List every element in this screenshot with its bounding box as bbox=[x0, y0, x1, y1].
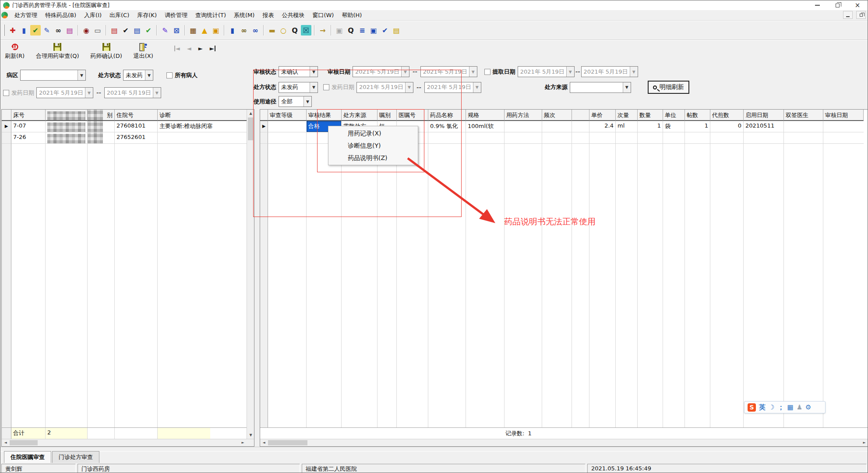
next-record-button[interactable]: ► bbox=[198, 46, 203, 51]
col-diagnosis[interactable]: 诊断 bbox=[158, 110, 254, 121]
refresh-button[interactable]: 刷新(R) bbox=[3, 42, 26, 60]
rx-status-right-combo[interactable]: 未发药▼ bbox=[279, 82, 318, 93]
dispense-date-right-to[interactable]: 2021年 5月19日▼ bbox=[424, 82, 481, 93]
menu-item-diagnosis-info[interactable]: 诊断信息(Y) bbox=[328, 139, 418, 152]
mdi-restore-button[interactable] bbox=[856, 11, 866, 19]
menu-item-medication-record[interactable]: 用药记录(X) bbox=[328, 127, 418, 139]
col-inpatient-no[interactable]: 住院号 bbox=[115, 110, 158, 121]
col-unit[interactable]: 单位 bbox=[663, 110, 685, 121]
zoom-icon[interactable]: Q bbox=[346, 25, 356, 36]
stamp-disabled-icon[interactable]: ▣ bbox=[334, 25, 345, 36]
scroll-down-icon[interactable]: ▼ bbox=[247, 431, 254, 439]
binoculars-icon[interactable]: ∞ bbox=[53, 25, 64, 36]
list-blue-icon[interactable]: ≡ bbox=[357, 25, 367, 36]
mdi-minimize-button[interactable] bbox=[843, 11, 853, 19]
tab-inpatient-order-review[interactable]: 住院医嘱审查 bbox=[4, 451, 51, 463]
extract-date-checkbox[interactable] bbox=[484, 69, 490, 75]
price-book-icon[interactable]: ▣ bbox=[211, 25, 221, 36]
col-drug-name[interactable]: 药品名称 bbox=[428, 110, 466, 121]
menu-outbound[interactable]: 出库(C) bbox=[106, 10, 133, 21]
ward-combo[interactable]: ▼ bbox=[20, 70, 86, 81]
col-order-no[interactable]: 医嘱号 bbox=[397, 110, 428, 121]
approve-folder-icon[interactable]: ✔ bbox=[30, 25, 41, 36]
doc-approve-icon[interactable]: ✔ bbox=[143, 25, 154, 36]
review-status-combo[interactable]: 未确认▼ bbox=[279, 66, 318, 77]
clipboard-exit-icon[interactable]: ▤ bbox=[391, 25, 402, 36]
last-record-button[interactable]: ► bbox=[210, 46, 215, 51]
ime-language-mode[interactable]: 英 bbox=[759, 404, 766, 411]
menu-reports[interactable]: 报表 bbox=[258, 10, 278, 21]
col-double-sign-doctor[interactable]: 双签医生 bbox=[784, 110, 823, 121]
dispense-date-right-from[interactable]: 2021年 5月19日▼ bbox=[356, 82, 413, 93]
scroll-up-icon[interactable]: ▲ bbox=[247, 110, 254, 117]
table-search-icon[interactable]: ∞ bbox=[250, 25, 261, 36]
pill-grid-icon[interactable]: ▦ bbox=[188, 25, 198, 36]
export-folder-icon[interactable]: → bbox=[318, 25, 328, 36]
dispense-date-left-to[interactable]: 2021年 5月19日▼ bbox=[104, 87, 161, 98]
scroll-left-icon[interactable]: ◄ bbox=[2, 439, 9, 446]
scrollbar-thumb[interactable] bbox=[10, 440, 38, 445]
col-rx-source[interactable]: 处方来源 bbox=[342, 110, 378, 121]
col-quantity[interactable]: 数量 bbox=[638, 110, 663, 121]
restore-button[interactable] bbox=[827, 0, 847, 10]
usage-route-combo[interactable]: 全部▼ bbox=[279, 96, 312, 107]
folder-search-icon[interactable]: ∞ bbox=[239, 25, 249, 36]
col-review-result[interactable]: 审核结果 bbox=[307, 110, 342, 121]
scrollbar-thumb[interactable] bbox=[268, 440, 307, 445]
menu-price-adjust[interactable]: 调价管理 bbox=[161, 10, 191, 21]
table-query-icon[interactable]: ⊠ bbox=[171, 25, 182, 36]
menu-system[interactable]: 系统(M) bbox=[230, 10, 258, 21]
sogou-logo-icon[interactable]: S bbox=[748, 403, 756, 412]
review-date-to[interactable]: 2021年 5月19日▼ bbox=[420, 66, 477, 77]
rx-status-left-combo[interactable]: 未发药▼ bbox=[123, 70, 153, 81]
all-patients-checkbox[interactable] bbox=[166, 72, 173, 78]
col-blank[interactable] bbox=[572, 110, 589, 121]
col-dose[interactable]: 次量 bbox=[616, 110, 638, 121]
menu-help[interactable]: 帮助(H) bbox=[338, 10, 366, 21]
close-box-icon[interactable]: ☒ bbox=[301, 25, 311, 36]
keyboard-icon[interactable]: ▦ bbox=[787, 404, 793, 411]
report-config-icon[interactable]: ▤ bbox=[64, 25, 75, 36]
menu-prescription-mgmt[interactable]: 处方管理 bbox=[11, 10, 41, 21]
alarm-bell-icon[interactable]: ▲ bbox=[199, 25, 210, 36]
menu-window[interactable]: 窗口(W) bbox=[308, 10, 338, 21]
medicine-bottle-icon[interactable]: ▮ bbox=[19, 25, 29, 36]
col-sex-partial[interactable]: 别 bbox=[88, 110, 115, 121]
col-unit-price[interactable]: 单价 bbox=[589, 110, 616, 121]
extract-date-from[interactable]: 2021年 5月19日▼ bbox=[518, 66, 575, 77]
menu-inventory[interactable]: 库存(K) bbox=[133, 10, 161, 21]
dispense-date-left-from[interactable]: 2021年 5月19日▼ bbox=[36, 87, 93, 98]
patient-table-hscrollbar[interactable]: ◄ ► bbox=[2, 439, 254, 446]
toolbar-grip[interactable] bbox=[3, 25, 5, 36]
col-frequency[interactable]: 频次 bbox=[542, 110, 572, 121]
patient-table-vscrollbar[interactable]: ▲ ▼ bbox=[247, 110, 254, 439]
order-table-hscrollbar[interactable]: ◄ ► bbox=[260, 439, 868, 446]
table-edit-icon[interactable]: ✎ bbox=[160, 25, 170, 36]
first-record-button[interactable]: ◄ bbox=[174, 46, 180, 51]
col-usage[interactable]: 用药方法 bbox=[505, 110, 542, 121]
col-packs[interactable]: 帖数 bbox=[685, 110, 710, 121]
col-decoct-count[interactable]: 代煎数 bbox=[710, 110, 744, 121]
audit-record-icon[interactable]: ◉ bbox=[81, 25, 92, 36]
menu-special-drugs[interactable]: 特殊药品(B) bbox=[41, 10, 80, 21]
confirm-check-icon[interactable]: ✔ bbox=[120, 25, 131, 36]
person-icon[interactable]: ♟ bbox=[797, 404, 802, 411]
col-order-type[interactable]: 嘱别 bbox=[378, 110, 397, 121]
menu-inbound[interactable]: 入库(I) bbox=[80, 10, 106, 21]
menu-item-drug-instructions[interactable]: 药品说明书(Z) bbox=[328, 152, 418, 164]
col-start-date[interactable]: 启用日期 bbox=[744, 110, 784, 121]
menu-query-stats[interactable]: 查询统计(T) bbox=[191, 10, 230, 21]
trash-bottle-icon[interactable]: ▮ bbox=[227, 25, 238, 36]
dispense-date-right-checkbox[interactable] bbox=[323, 84, 329, 90]
scrollbar-thumb[interactable] bbox=[248, 117, 254, 140]
extract-date-to[interactable]: 2021年 5月19日▼ bbox=[581, 66, 638, 77]
ambulance-icon[interactable]: ✚ bbox=[7, 25, 18, 36]
col-review-grade[interactable]: 审查等级 bbox=[268, 110, 307, 121]
clipboard-add-icon[interactable]: ▤ bbox=[109, 25, 120, 36]
exit-button[interactable]: 退出(X) bbox=[132, 42, 155, 60]
patient-row[interactable]: 7-26 27652601 bbox=[2, 132, 254, 144]
prescription-edit-icon[interactable]: ✎ bbox=[42, 25, 52, 36]
prior-record-button[interactable]: ◄ bbox=[187, 46, 191, 51]
rational-drug-review-button[interactable]: 合理用药审查(Q) bbox=[34, 42, 81, 60]
new-window-icon[interactable]: ▭ bbox=[92, 25, 103, 36]
